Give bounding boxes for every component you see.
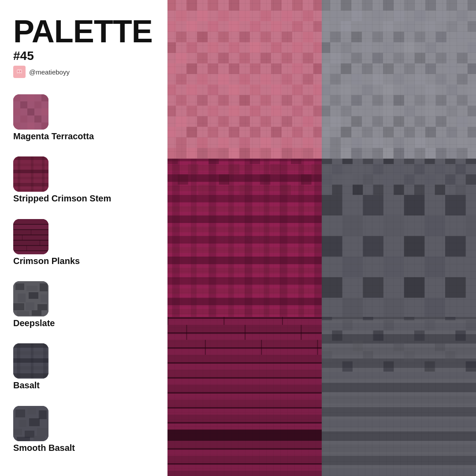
svg-rect-163 <box>250 106 260 116</box>
svg-rect-472 <box>353 341 363 351</box>
svg-rect-308 <box>351 53 362 63</box>
svg-rect-318 <box>457 53 468 63</box>
svg-rect-179 <box>260 138 271 148</box>
svg-rect-146 <box>229 85 239 95</box>
svg-rect-87 <box>239 11 250 21</box>
svg-rect-285 <box>425 0 436 11</box>
svg-rect-178 <box>250 127 260 138</box>
svg-rect-337 <box>341 85 351 95</box>
svg-rect-485 <box>466 361 476 372</box>
svg-rect-363 <box>457 116 468 127</box>
left-panel: PALETTE #45 @meatieboyy <box>0 0 167 476</box>
svg-rect-147 <box>239 95 250 106</box>
svg-rect-357 <box>394 116 404 127</box>
svg-rect-365 <box>322 127 330 138</box>
svg-rect-327 <box>394 74 404 85</box>
svg-rect-275 <box>322 0 330 11</box>
svg-rect-153 <box>303 95 313 106</box>
svg-rect-90 <box>271 0 282 11</box>
svg-rect-226 <box>167 159 178 164</box>
svg-rect-370 <box>372 138 383 148</box>
svg-rect-128 <box>197 74 208 85</box>
svg-rect-301 <box>436 32 446 42</box>
palette-title: PALETTE <box>13 15 154 47</box>
svg-rect-310 <box>372 53 383 63</box>
svg-rect-282 <box>394 11 404 21</box>
svg-rect-197 <box>292 148 303 159</box>
svg-rect-326 <box>383 63 394 74</box>
svg-rect-227 <box>188 164 198 174</box>
svg-rect-254 <box>167 400 322 408</box>
svg-rect-142 <box>186 85 197 95</box>
svg-rect-340 <box>372 95 383 106</box>
author-row: @meatieboyy <box>13 66 154 78</box>
svg-rect-43 <box>13 234 48 235</box>
svg-rect-294 <box>362 21 372 32</box>
svg-rect-307 <box>341 42 351 53</box>
svg-rect-219 <box>208 159 216 317</box>
swatch-smooth-basalt <box>13 406 48 441</box>
svg-rect-65 <box>17 343 20 379</box>
svg-rect-14 <box>41 108 48 115</box>
texture-planks-large <box>167 317 322 476</box>
svg-rect-371 <box>383 127 394 138</box>
svg-rect-358 <box>404 106 415 116</box>
svg-rect-131 <box>229 63 239 74</box>
svg-rect-416 <box>373 185 383 195</box>
svg-rect-435 <box>363 236 383 257</box>
svg-rect-387 <box>394 148 404 159</box>
svg-rect-413 <box>342 174 353 184</box>
svg-rect-437 <box>445 236 466 257</box>
palette-number: #45 <box>13 49 154 63</box>
svg-rect-290 <box>322 21 330 32</box>
svg-rect-481 <box>383 361 394 372</box>
svg-rect-113 <box>197 53 208 63</box>
texture-deepslate-top <box>322 0 476 159</box>
svg-rect-109 <box>313 21 322 32</box>
svg-rect-53 <box>41 294 47 302</box>
svg-rect-383 <box>351 148 362 159</box>
svg-rect-78 <box>33 436 45 440</box>
svg-rect-279 <box>362 0 372 11</box>
svg-rect-255 <box>167 407 322 409</box>
svg-rect-238 <box>260 174 270 184</box>
svg-rect-187 <box>186 148 197 159</box>
svg-rect-346 <box>436 95 446 106</box>
svg-rect-344 <box>415 95 425 106</box>
svg-rect-124 <box>313 42 322 53</box>
svg-rect-110 <box>167 42 176 53</box>
svg-rect-228 <box>208 159 219 164</box>
svg-rect-430 <box>342 216 363 236</box>
svg-rect-427 <box>363 195 383 216</box>
svg-rect-330 <box>425 63 436 74</box>
svg-rect-40 <box>26 245 27 251</box>
svg-rect-152 <box>292 85 303 95</box>
svg-rect-2 <box>18 71 19 72</box>
svg-rect-338 <box>351 95 362 106</box>
svg-rect-99 <box>208 21 218 32</box>
svg-rect-471 <box>332 331 342 341</box>
svg-rect-384 <box>362 148 372 159</box>
color-item-stripped-crimson: Stripped Crimson Stem <box>13 156 154 204</box>
svg-rect-92 <box>292 0 303 11</box>
svg-rect-328 <box>404 63 415 74</box>
svg-rect-463 <box>322 317 332 320</box>
svg-rect-434 <box>322 236 342 257</box>
svg-rect-115 <box>218 53 229 63</box>
svg-rect-69 <box>15 409 25 417</box>
svg-rect-1 <box>17 69 22 74</box>
svg-rect-141 <box>176 95 186 106</box>
svg-rect-394 <box>468 148 476 159</box>
svg-rect-459 <box>322 431 476 441</box>
svg-rect-312 <box>394 53 404 63</box>
svg-rect-464 <box>342 320 353 331</box>
svg-rect-333 <box>457 74 468 85</box>
svg-rect-234 <box>178 174 188 184</box>
svg-rect-56 <box>37 304 47 310</box>
svg-rect-266 <box>186 325 187 340</box>
svg-rect-343 <box>404 85 415 95</box>
svg-rect-419 <box>404 174 414 184</box>
svg-rect-418 <box>394 185 404 195</box>
svg-rect-366 <box>330 138 341 148</box>
svg-rect-377 <box>446 127 457 138</box>
